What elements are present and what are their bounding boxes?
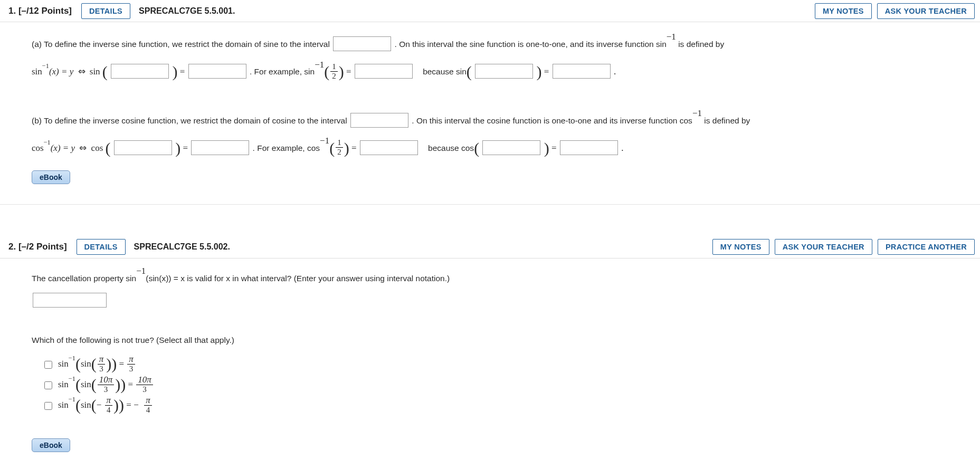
sup-minus1: −1: [667, 32, 676, 42]
q1a-eq-left: sin−1(x) = y ⇔ sin: [32, 66, 102, 76]
details-button[interactable]: DETAILS: [77, 239, 126, 255]
q2-option-c-checkbox[interactable]: [44, 402, 52, 410]
q2-which: Which of the following is not true? (Sel…: [32, 332, 954, 349]
q1a-lead-text: (a) To define the inverse sine function,…: [32, 40, 332, 49]
q2-option-b-label: sin−1(sin(10π3)) = 10π3: [58, 376, 154, 395]
q1b-eq1: =: [183, 143, 190, 153]
q2-option-a: sin−1(sin(π3)) = π3: [32, 354, 954, 375]
q1b-rhs1-input[interactable]: [191, 140, 249, 155]
ask-teacher-button[interactable]: ASK YOUR TEACHER: [877, 3, 975, 19]
q1a-because-arg-input[interactable]: [475, 64, 533, 79]
q2-option-a-label: sin−1(sin(π3)) = π3: [58, 356, 136, 374]
q1a-example-result-input[interactable]: [355, 64, 413, 79]
q1b-for-example: . For example, cos: [253, 143, 320, 152]
q1b-eq2: =: [551, 143, 559, 153]
q1a-interval-input[interactable]: [333, 36, 391, 51]
q2-option-b-checkbox[interactable]: [44, 381, 52, 389]
question-1-source: SPRECALC7GE 5.5.001.: [137, 6, 235, 16]
q1b-because: because cos: [428, 143, 474, 152]
question-2-number: 2. [–/2 Points]: [5, 242, 70, 252]
question-1-body: (a) To define the inverse sine function,…: [0, 22, 980, 204]
question-2: 2. [–/2 Points] DETAILS SPRECALC7GE 5.5.…: [0, 236, 980, 460]
q2-interval-input[interactable]: [33, 293, 107, 308]
q1b-defined-by: is defined by: [702, 116, 750, 125]
q1a-defined-by: is defined by: [676, 40, 724, 49]
q1b-eq-left: cos−1(x) = y ⇔ cos: [32, 143, 106, 153]
q1a-rhs1-input[interactable]: [188, 64, 246, 79]
q2-option-a-checkbox[interactable]: [44, 361, 52, 369]
q1b-because-rhs-input[interactable]: [560, 140, 618, 155]
q1a-because-rhs-input[interactable]: [553, 64, 611, 79]
question-2-header: 2. [–/2 Points] DETAILS SPRECALC7GE 5.5.…: [0, 236, 980, 258]
question-1: 1. [–/12 Points] DETAILS SPRECALC7GE 5.5…: [0, 0, 980, 205]
ebook-button[interactable]: eBook: [32, 438, 70, 452]
q1a-for-example: . For example, sin: [250, 67, 315, 76]
q1a-because: because sin: [423, 67, 467, 76]
q1b-interval-input[interactable]: [350, 113, 408, 128]
q1b-lead-text: (b) To define the inverse cosine functio…: [32, 116, 349, 125]
question-1-number: 1. [–/12 Points]: [5, 6, 75, 16]
q1b-y-input[interactable]: [114, 140, 172, 155]
q1a-after-interval: . On this interval the sine function is …: [395, 40, 667, 49]
ebook-button[interactable]: eBook: [32, 170, 70, 184]
q1a-eq1: =: [180, 66, 187, 76]
q1b-because-arg-input[interactable]: [482, 140, 540, 155]
q1a-y-input[interactable]: [111, 64, 169, 79]
question-1-header: 1. [–/12 Points] DETAILS SPRECALC7GE 5.5…: [0, 0, 980, 22]
q1b-after-interval: . On this interval the cosine function i…: [412, 116, 692, 125]
q1a-line1: (a) To define the inverse sine function,…: [32, 34, 954, 55]
details-button[interactable]: DETAILS: [81, 3, 130, 19]
q2-option-b: sin−1(sin(10π3)) = 10π3: [32, 375, 954, 396]
q1a-eq2: =: [544, 66, 551, 76]
q1a-line2: sin−1(x) = y ⇔ sin ( ) = . For example, …: [32, 60, 954, 83]
my-notes-button[interactable]: MY NOTES: [815, 3, 872, 19]
my-notes-button[interactable]: MY NOTES: [712, 239, 769, 255]
q1b-example-result-input[interactable]: [360, 140, 418, 155]
q2-prompt: The cancellation property sin−1(sin(x)) …: [32, 270, 954, 287]
q1b-line1: (b) To define the inverse cosine functio…: [32, 110, 954, 131]
ask-teacher-button[interactable]: ASK YOUR TEACHER: [775, 239, 872, 255]
question-2-source: SPRECALC7GE 5.5.002.: [132, 242, 230, 252]
question-2-body: The cancellation property sin−1(sin(x)) …: [0, 258, 980, 460]
practice-another-button[interactable]: PRACTICE ANOTHER: [878, 239, 975, 255]
q1b-line2: cos−1(x) = y ⇔ cos ( ) = . For example, …: [32, 137, 954, 160]
q2-option-c-label: sin−1(sin(− π4)) = − π4: [58, 397, 153, 415]
q2-option-c: sin−1(sin(− π4)) = − π4: [32, 396, 954, 416]
